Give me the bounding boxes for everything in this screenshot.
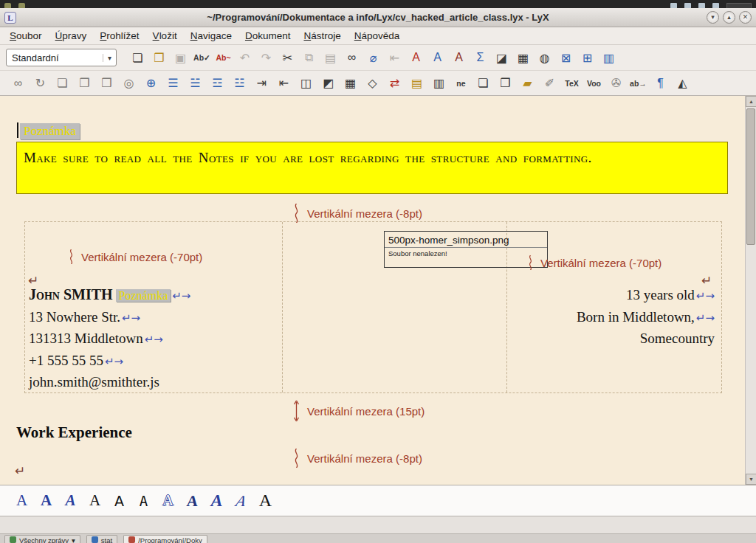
insert-graphics-icon[interactable]: ◪ xyxy=(492,49,511,67)
vspace-marker-neg8-bottom[interactable]: Vertikální mezera (-8pt) xyxy=(292,449,422,468)
vspace-marker-neg70-left[interactable]: Vertikální mezera (-70pt) xyxy=(68,249,202,264)
menu-item[interactable]: Úpravy xyxy=(49,29,94,43)
note-content-box[interactable]: Make sure to read all the Notes if you a… xyxy=(16,142,728,194)
menu-item[interactable]: Prohlížet xyxy=(93,29,145,43)
table-panel-icon[interactable]: ⊞ xyxy=(578,49,597,67)
insert-label-icon[interactable]: ◇ xyxy=(363,74,382,92)
window-titlebar[interactable]: L ~/Programování/Dokumentace a info/Lyx/… xyxy=(0,8,756,27)
emphasis-style-icon[interactable]: A xyxy=(407,49,425,67)
menu-item[interactable]: Soubor xyxy=(3,29,49,43)
paste-icon[interactable]: ▤ xyxy=(321,49,340,67)
document-canvas[interactable]: Poznámka Make sure to read all the Notes… xyxy=(0,96,756,485)
emphasis-font-button[interactable]: A xyxy=(12,489,32,513)
vspace-marker-neg8-top[interactable]: Vertikální mezera (-8pt) xyxy=(292,204,422,223)
scroll-up-icon[interactable]: ▲ xyxy=(746,96,756,107)
insert-note-icon[interactable]: ▤ xyxy=(408,74,426,92)
insert-table2-icon[interactable]: ▦ xyxy=(341,74,360,92)
spellcheck-icon[interactable]: Ab✓ xyxy=(193,49,211,67)
sans-font-button[interactable]: A xyxy=(109,489,129,513)
navigate-back-icon[interactable]: ⇤ xyxy=(385,49,404,67)
cut-icon[interactable]: ✂ xyxy=(278,49,297,67)
labeling-list-icon[interactable]: ☳ xyxy=(230,74,249,92)
paragraph-style-dropdown[interactable]: Standardní ▾ xyxy=(6,49,117,66)
insert-image-icon[interactable]: ◩ xyxy=(319,74,337,92)
copy-icon[interactable]: ⧉ xyxy=(300,49,318,67)
close-button[interactable]: ✕ xyxy=(739,11,752,24)
undo-icon[interactable]: ↶ xyxy=(236,49,254,67)
taskbar-filemanager-button[interactable]: /Programování/Doky xyxy=(123,535,207,543)
math-mode-icon[interactable]: Σ xyxy=(471,49,489,67)
continuous-spellcheck-icon[interactable]: Ab~ xyxy=(214,49,233,67)
find-in-document-icon[interactable]: ◎ xyxy=(120,74,138,92)
noun-style-icon[interactable]: A xyxy=(428,49,447,67)
scroll-down-icon[interactable]: ▼ xyxy=(746,474,756,485)
menu-item[interactable]: Nástroje xyxy=(297,29,347,43)
numbered-list-icon[interactable]: ☰ xyxy=(164,74,182,92)
fraktur-font-button[interactable]: A xyxy=(181,489,203,513)
menu-item[interactable]: Vložit xyxy=(146,29,184,43)
update-preview-icon[interactable]: ↻ xyxy=(31,74,49,92)
blackboard-font-button[interactable]: A xyxy=(158,489,178,513)
note-inset-label[interactable]: Poznámka xyxy=(20,123,80,139)
sticky-note-icon[interactable]: ▰ xyxy=(518,74,537,92)
attach-icon[interactable]: ✇ xyxy=(607,74,625,92)
panel-launcher-icon[interactable] xyxy=(18,3,25,8)
roman-font-button[interactable]: A xyxy=(85,489,105,513)
insert-box-icon[interactable]: ▥ xyxy=(430,74,448,92)
scrollbar-thumb[interactable] xyxy=(746,108,755,245)
vspace-marker-pos15[interactable]: Vertikální mezera (15pt) xyxy=(292,400,425,422)
track-changes-icon[interactable]: ⇄ xyxy=(385,74,404,92)
save-icon[interactable]: ▣ xyxy=(171,49,190,67)
panel-tray-icon[interactable] xyxy=(670,3,677,8)
view-source-icon[interactable]: ❏ xyxy=(53,74,72,92)
italic-font-button[interactable]: A xyxy=(207,489,227,513)
open-document-icon[interactable]: ❐ xyxy=(150,49,168,67)
latex-logo-icon[interactable]: ◭ xyxy=(673,74,692,92)
view-master-icon[interactable]: ❒ xyxy=(97,74,116,92)
insert-table-icon[interactable]: ▦ xyxy=(514,49,532,67)
panel-tray-icon[interactable] xyxy=(684,3,691,8)
tex-code-icon[interactable]: TeX xyxy=(563,74,581,92)
maximize-button[interactable]: ▴ xyxy=(723,11,735,24)
menu-item[interactable]: Nápověda xyxy=(348,29,407,43)
outline-panel-icon[interactable]: ▥ xyxy=(599,49,618,67)
panel-launcher-icon[interactable] xyxy=(4,3,11,8)
math-panel-icon[interactable]: ⊠ xyxy=(557,49,575,67)
contact-block[interactable]: John SMITHPoznámka↵→ 13 Nowhere Str.↵→ 1… xyxy=(29,285,190,392)
insert-listing-icon[interactable]: ❐ xyxy=(496,74,515,92)
preview-icon[interactable]: ∞ xyxy=(9,74,27,92)
increase-depth-icon[interactable]: ⇥ xyxy=(252,74,271,92)
menu-item[interactable]: Dokument xyxy=(238,29,298,43)
bold-italic-font-button[interactable]: A xyxy=(61,489,80,513)
vspace-marker-neg70-right[interactable]: Vertikální mezera (-70pt) xyxy=(527,255,662,270)
zoom-icon[interactable]: ⌀ xyxy=(364,49,382,67)
panel-tray-icon[interactable] xyxy=(698,3,705,8)
bold-font-button[interactable]: A xyxy=(36,489,56,513)
taskbar-stat-button[interactable]: stat xyxy=(86,535,117,543)
upright-font-button[interactable]: A xyxy=(255,489,275,513)
view-messages-icon[interactable]: ❐ xyxy=(75,74,94,92)
insert-float-icon[interactable]: ◫ xyxy=(297,74,315,92)
view-html-icon[interactable]: ⊕ xyxy=(142,74,160,92)
personal-block[interactable]: 13 years old↵→ Born in Middletown,↵→ Som… xyxy=(480,285,715,349)
find-next-icon[interactable]: ab→ xyxy=(629,74,647,92)
redo-icon[interactable]: ↷ xyxy=(257,49,275,67)
panel-tray-icon[interactable] xyxy=(712,3,719,8)
paragraph-settings-icon[interactable]: ¶ xyxy=(651,74,670,92)
shade-button[interactable]: ▾ xyxy=(707,11,719,24)
decrease-depth-icon[interactable]: ⇤ xyxy=(275,74,293,92)
description-list-icon[interactable]: ☲ xyxy=(208,74,227,92)
vertical-scrollbar[interactable]: ▲ ▼ xyxy=(745,96,756,485)
insert-file-icon[interactable]: ❏ xyxy=(474,74,492,92)
bullet-list-icon[interactable]: ☱ xyxy=(186,74,205,92)
insert-index-icon[interactable]: ne xyxy=(452,74,470,92)
new-document-icon[interactable]: ❏ xyxy=(128,49,147,67)
image-placeholder[interactable]: 500px-homer_simpson.png Soubor nenalezen… xyxy=(384,231,548,268)
hyperlink-icon[interactable]: ◍ xyxy=(535,49,554,67)
inline-note-label[interactable]: Poznámka xyxy=(116,289,171,302)
eraser-icon[interactable]: ✐ xyxy=(540,74,559,92)
typewriter-font-button[interactable]: A xyxy=(134,489,154,513)
vertical-space-icon[interactable]: Voo xyxy=(585,74,603,92)
menu-item[interactable]: Navigace xyxy=(184,29,238,43)
find-replace-icon[interactable]: ∞ xyxy=(343,49,361,67)
